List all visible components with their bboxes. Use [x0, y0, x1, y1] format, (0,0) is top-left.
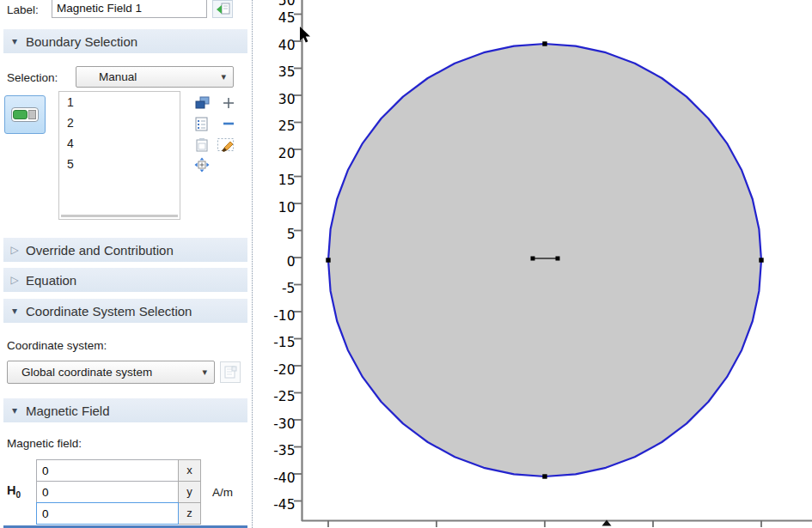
rename-icon — [216, 3, 230, 15]
copy-selection-icon — [195, 96, 210, 110]
unit-box-y: y — [178, 481, 201, 503]
selection-caption: Selection: — [7, 71, 58, 84]
vertex-point — [542, 474, 546, 478]
create-coordinate-system-button[interactable] — [220, 361, 241, 383]
section-title: Magnetic Field — [26, 404, 110, 418]
label-input[interactable] — [52, 0, 207, 18]
y-tick-label: 15 — [278, 173, 296, 188]
collapse-triangle-icon: ▾ — [3, 35, 26, 47]
vertex-point — [531, 257, 535, 261]
copy-selection-button[interactable] — [193, 94, 211, 112]
unit-box-x: x — [178, 459, 201, 482]
panel-splitter[interactable] — [252, 0, 253, 528]
y-tick-label: -35 — [273, 443, 295, 458]
y-tick-label: -40 — [273, 470, 295, 486]
rename-button[interactable] — [212, 0, 233, 18]
section-title: Boundary Selection — [26, 34, 137, 49]
section-boundary-selection[interactable]: ▾ Boundary Selection — [3, 29, 247, 53]
x-axis — [302, 520, 812, 528]
boundary-selection-list[interactable]: 1 2 4 5 — [58, 91, 180, 220]
collapse-triangle-icon: ▾ — [3, 404, 26, 416]
expand-triangle-icon: ▷ — [3, 244, 26, 256]
h0-z-field[interactable] — [36, 502, 179, 525]
minus-icon — [223, 120, 235, 127]
collapse-triangle-icon: ▾ — [3, 305, 26, 317]
y-tick-label: 25 — [278, 118, 296, 134]
coordinate-system-caption: Coordinate system: — [7, 339, 107, 352]
create-selection-button[interactable] — [216, 135, 238, 154]
y-tick-label: -45 — [273, 497, 295, 513]
expand-triangle-icon: ▷ — [3, 274, 26, 286]
list-item[interactable]: 4 — [59, 133, 180, 154]
y-tick-label: -15 — [273, 335, 295, 350]
selection-combobox[interactable]: Manual ▾ — [76, 66, 234, 88]
vertex-point — [326, 258, 330, 262]
y-tick-label: -5 — [282, 281, 295, 296]
y-tick-label-partial: 50 — [278, 0, 296, 9]
clear-selection-icon — [195, 137, 209, 152]
section-title: Override and Contribution — [26, 243, 174, 258]
section-title: Coordinate System Selection — [26, 304, 192, 319]
y-tick-label: 35 — [278, 64, 296, 80]
remove-from-selection-button[interactable] — [220, 115, 237, 132]
y-tick-label: 30 — [278, 92, 296, 107]
toggle-icon — [11, 107, 39, 122]
zoom-to-selection-button[interactable] — [193, 156, 211, 173]
coordinate-system-value: Global coordinate system — [8, 366, 202, 379]
settings-panel: Label: ▾ Boundary Selection Selection: M… — [0, 0, 249, 528]
create-coordinate-system-icon — [224, 366, 237, 379]
clear-selection-button[interactable] — [193, 136, 211, 153]
chevron-down-icon: ▾ — [221, 71, 233, 82]
y-tick-label: 0 — [287, 254, 296, 270]
add-to-selection-button[interactable] — [220, 94, 237, 112]
geometry-circle[interactable] — [326, 41, 763, 478]
y-tick-label: 10 — [278, 200, 296, 215]
section-coordinate-system[interactable]: ▾ Coordinate System Selection — [3, 299, 247, 323]
selection-value: Manual — [76, 70, 221, 83]
plus-icon — [223, 97, 235, 109]
y-tick-label: 40 — [278, 38, 296, 53]
horizontal-scrollbar[interactable] — [61, 215, 178, 217]
section-equation[interactable]: ▷ Equation — [3, 268, 247, 292]
y-tick-label: -30 — [273, 416, 295, 432]
y-tick-label: 5 — [287, 227, 296, 242]
list-item[interactable]: 1 — [59, 92, 180, 112]
y-tick-label: 20 — [278, 146, 296, 161]
y-tick-label: 45 — [278, 10, 296, 26]
y-tick-label: -10 — [273, 308, 295, 324]
y-axis: 454035302520151050-5-10-15-20-25-30-35-4… — [273, 0, 302, 521]
paste-selection-icon — [195, 117, 209, 131]
section-override-contribution[interactable]: ▷ Override and Contribution — [3, 238, 247, 262]
chevron-down-icon: ▾ — [202, 367, 214, 378]
h0-x-field[interactable] — [36, 459, 179, 482]
active-toggle-button[interactable] — [4, 95, 46, 134]
h0-symbol: H0 — [7, 483, 21, 500]
zoom-to-selection-icon — [194, 157, 210, 173]
unit-label: A/m — [212, 486, 233, 499]
unit-box-z: z — [178, 502, 201, 525]
list-item[interactable]: 5 — [59, 154, 180, 174]
vertex-point — [542, 41, 546, 46]
vertex-point — [556, 257, 560, 261]
create-selection-icon — [217, 136, 237, 153]
y-tick-label: -25 — [273, 389, 295, 404]
section-magnetic-field[interactable]: ▾ Magnetic Field — [3, 398, 247, 422]
coordinate-system-combobox[interactable]: Global coordinate system ▾ — [7, 361, 215, 384]
magnetic-field-caption: Magnetic field: — [7, 437, 82, 450]
h0-y-field[interactable] — [36, 481, 179, 503]
y-tick-label: -20 — [273, 362, 295, 378]
section-title: Equation — [26, 273, 76, 288]
paste-selection-button[interactable] — [193, 115, 211, 132]
label-caption: Label: — [7, 3, 39, 16]
vertex-point — [759, 258, 763, 262]
list-item[interactable]: 2 — [59, 112, 180, 133]
